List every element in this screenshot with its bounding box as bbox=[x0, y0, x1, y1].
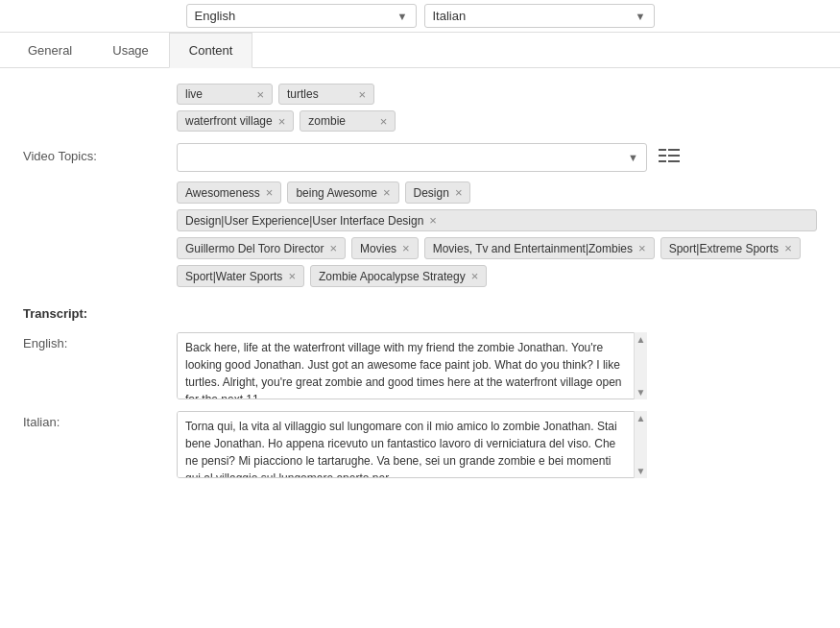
video-topics-area: ▼ Awesomeness × bbox=[177, 143, 817, 287]
topic-tag-movies-label: Movies bbox=[360, 242, 396, 255]
topic-tag-being-awesome-label: being Awesome bbox=[296, 186, 377, 200]
source-language-select[interactable]: English ▼ bbox=[186, 4, 417, 28]
tag-zombie-label: zombie bbox=[308, 114, 346, 128]
target-language-chevron: ▼ bbox=[636, 11, 646, 22]
topic-tag-being-awesome-remove[interactable]: × bbox=[383, 185, 391, 200]
svg-rect-4 bbox=[659, 160, 666, 162]
topic-tag-guillermo: Guillermo Del Toro Director × bbox=[177, 237, 346, 259]
scroll-up-arrow[interactable]: ▲ bbox=[635, 332, 648, 347]
topic-tag-movies-zombies-remove[interactable]: × bbox=[638, 241, 646, 255]
topic-tag-sport-water: Sport|Water Sports × bbox=[177, 265, 304, 287]
transcript-section: Transcript: English: Back here, life at … bbox=[23, 306, 817, 478]
topic-tag-zombie-strategy-label: Zombie Apocalypse Strategy bbox=[319, 270, 466, 283]
tag-live-remove[interactable]: × bbox=[256, 88, 264, 101]
topic-tag-design-remove[interactable]: × bbox=[455, 185, 463, 200]
tag-turtles-label: turtles bbox=[287, 87, 319, 101]
topic-tag-sport-water-remove[interactable]: × bbox=[288, 269, 296, 283]
language-bar: English ▼ Italian ▼ bbox=[0, 0, 840, 33]
video-topics-label: Video Topics: bbox=[23, 143, 177, 163]
scroll-down-arrow-it[interactable]: ▼ bbox=[635, 464, 648, 478]
transcript-english-label: English: bbox=[23, 332, 177, 350]
topic-select-row: ▼ bbox=[177, 143, 817, 172]
list-icon-svg bbox=[659, 147, 680, 164]
topic-tag-design: Design × bbox=[405, 181, 471, 204]
topic-tag-awesomeness: Awesomeness × bbox=[177, 181, 281, 204]
topic-dropdown[interactable]: ▼ bbox=[177, 143, 647, 172]
topic-tag-zombie-strategy-remove[interactable]: × bbox=[471, 269, 479, 283]
topics-tags-container: Awesomeness × being Awesome × Design × D… bbox=[177, 181, 817, 287]
tab-content[interactable]: Content bbox=[169, 33, 253, 68]
transcript-english-text: Back here, life at the waterfront villag… bbox=[185, 341, 622, 399]
topic-tag-sport-extreme-label: Sport|Extreme Sports bbox=[669, 242, 780, 255]
source-language-label: English bbox=[195, 9, 236, 23]
tag-live-label: live bbox=[185, 87, 203, 101]
topic-tag-sport-water-label: Sport|Water Sports bbox=[185, 270, 282, 283]
topic-tag-design-ux: Design|User Experience|User Interface De… bbox=[177, 209, 817, 231]
transcript-english-scrollbar[interactable]: ▲ ▼ bbox=[634, 332, 647, 399]
tag-live: live × bbox=[177, 84, 273, 105]
svg-rect-0 bbox=[659, 149, 666, 151]
topic-tag-zombie-strategy: Zombie Apocalypse Strategy × bbox=[310, 265, 487, 287]
transcript-italian-container: Torna qui, la vita al villaggio sul lung… bbox=[177, 411, 647, 478]
tag-waterfront-label: waterfront village bbox=[185, 114, 273, 128]
svg-rect-1 bbox=[668, 149, 680, 151]
transcript-english-row: English: Back here, life at the waterfro… bbox=[23, 332, 817, 399]
transcript-title: Transcript: bbox=[23, 306, 817, 321]
svg-rect-3 bbox=[668, 155, 680, 157]
transcript-italian-text: Torna qui, la vita al villaggio sul lung… bbox=[185, 420, 617, 478]
scroll-up-arrow-it[interactable]: ▲ bbox=[635, 411, 648, 425]
tag-zombie: zombie × bbox=[300, 110, 396, 132]
tag-zombie-remove[interactable]: × bbox=[380, 115, 388, 128]
topic-tag-movies-zombies-label: Movies, Tv and Entertainment|Zombies bbox=[433, 242, 633, 255]
topic-tag-movies-remove[interactable]: × bbox=[402, 241, 410, 255]
tag-turtles: turtles × bbox=[278, 84, 374, 105]
topic-tag-guillermo-label: Guillermo Del Toro Director bbox=[185, 242, 324, 255]
tag-turtles-remove[interactable]: × bbox=[358, 88, 366, 101]
topic-list-icon[interactable] bbox=[655, 145, 684, 170]
keyword-tags-row2: waterfront village × zombie × bbox=[177, 110, 817, 132]
topic-tag-sport-extreme: Sport|Extreme Sports × bbox=[660, 237, 801, 259]
svg-rect-2 bbox=[659, 155, 666, 157]
transcript-english-box[interactable]: Back here, life at the waterfront villag… bbox=[177, 332, 647, 399]
main-content: live × turtles × waterfront village × zo… bbox=[0, 68, 840, 505]
source-language-chevron: ▼ bbox=[397, 11, 408, 22]
topic-tag-being-awesome: being Awesome × bbox=[287, 181, 398, 204]
target-language-label: Italian bbox=[433, 9, 467, 23]
tag-waterfront-remove[interactable]: × bbox=[278, 115, 286, 128]
topic-tag-sport-extreme-remove[interactable]: × bbox=[784, 241, 792, 255]
tab-usage[interactable]: Usage bbox=[92, 33, 169, 68]
tab-general[interactable]: General bbox=[8, 33, 92, 68]
topic-tag-design-ux-remove[interactable]: × bbox=[429, 213, 437, 228]
topic-tag-awesomeness-remove[interactable]: × bbox=[266, 185, 274, 200]
topic-tag-awesomeness-label: Awesomeness bbox=[185, 186, 260, 200]
transcript-italian-scrollbar[interactable]: ▲ ▼ bbox=[634, 411, 647, 478]
tabs-bar: General Usage Content bbox=[0, 33, 840, 68]
target-language-select[interactable]: Italian ▼ bbox=[424, 4, 655, 28]
tag-waterfront: waterfront village × bbox=[177, 110, 294, 132]
topic-tag-guillermo-remove[interactable]: × bbox=[330, 241, 338, 255]
topic-tag-design-label: Design bbox=[414, 186, 449, 200]
transcript-english-container: Back here, life at the waterfront villag… bbox=[177, 332, 647, 399]
transcript-italian-label: Italian: bbox=[23, 411, 177, 429]
topic-tag-design-ux-label: Design|User Experience|User Interface De… bbox=[185, 214, 423, 228]
scroll-down-arrow[interactable]: ▼ bbox=[635, 385, 648, 399]
topic-tag-movies: Movies × bbox=[351, 237, 419, 259]
transcript-italian-box[interactable]: Torna qui, la vita al villaggio sul lung… bbox=[177, 411, 647, 478]
transcript-italian-row: Italian: Torna qui, la vita al villaggio… bbox=[23, 411, 817, 478]
video-topics-row: Video Topics: ▼ bbox=[23, 143, 817, 287]
topic-tag-movies-zombies: Movies, Tv and Entertainment|Zombies × bbox=[424, 237, 655, 259]
keyword-tags-row: live × turtles × bbox=[177, 84, 817, 105]
svg-rect-5 bbox=[668, 160, 680, 162]
topic-dropdown-chevron: ▼ bbox=[628, 152, 638, 163]
